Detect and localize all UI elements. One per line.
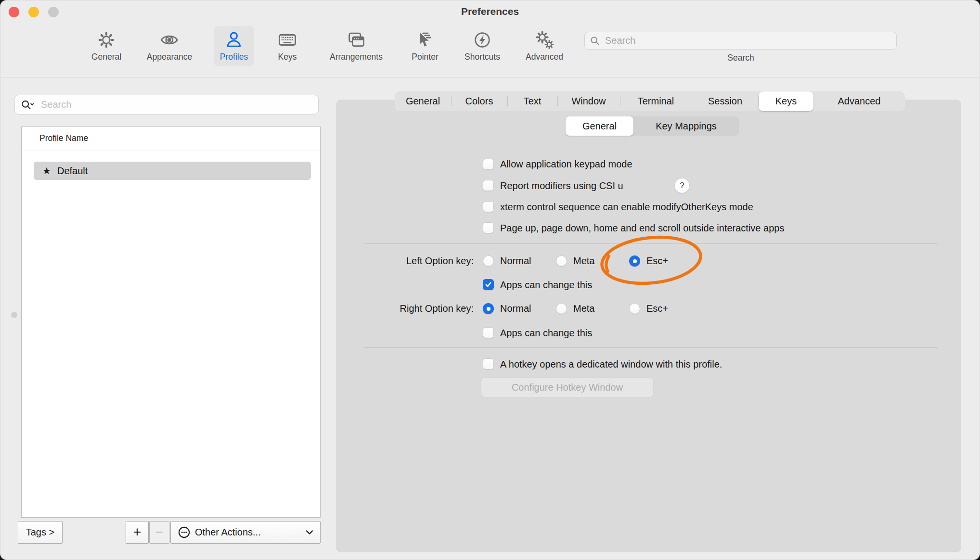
- toolbar-label: Keys: [278, 52, 297, 62]
- toolbar-item-keys[interactable]: Keys: [271, 26, 304, 66]
- toolbar-search-input[interactable]: [604, 35, 896, 47]
- radio-label: Esc+: [646, 255, 668, 267]
- cursor-icon: [414, 29, 436, 51]
- profile-settings-panel: [336, 100, 961, 552]
- toolbar-label: Pointer: [412, 52, 438, 62]
- tab-keys[interactable]: Keys: [759, 91, 813, 111]
- left-option-key-label: Left Option key:: [337, 255, 474, 267]
- toolbar-item-appearance[interactable]: Appearance: [141, 26, 198, 66]
- toolbar-label: Arrangements: [330, 52, 383, 62]
- separator: [364, 243, 938, 244]
- toolbar-label: General: [91, 52, 121, 62]
- profile-row-default[interactable]: ★ Default: [34, 162, 311, 180]
- tab-window[interactable]: Window: [557, 91, 620, 111]
- help-button[interactable]: ?: [675, 178, 689, 193]
- tags-button[interactable]: Tags >: [18, 521, 63, 544]
- toolbar-item-advanced[interactable]: Advanced: [519, 26, 569, 66]
- checkbox-label: A hotkey opens a dedicated window with t…: [500, 358, 722, 370]
- preferences-window: Preferences General Appearance: [0, 0, 980, 560]
- toolbar-item-general[interactable]: General: [85, 26, 128, 66]
- gear-icon: [96, 29, 117, 51]
- toolbar-search-field[interactable]: [584, 32, 897, 50]
- toolbar-label: Shortcuts: [464, 52, 500, 62]
- checkbox-csi-u[interactable]: [483, 180, 494, 191]
- radio-label: Meta: [573, 255, 594, 267]
- profile-search-field[interactable]: [14, 95, 319, 115]
- checkbox-hotkey-window[interactable]: [483, 358, 494, 369]
- right-option-key-label: Right Option key:: [337, 302, 474, 315]
- eye-icon: [159, 29, 180, 51]
- checkbox-label: Apps can change this: [500, 327, 592, 339]
- checkbox-keypad-mode[interactable]: [483, 159, 494, 170]
- configure-hotkey-window-button[interactable]: Configure Hotkey Window: [481, 378, 653, 397]
- radio-right-option-esc[interactable]: [629, 303, 640, 314]
- profile-search-input[interactable]: [40, 99, 318, 111]
- remove-profile-button[interactable]: −: [149, 521, 169, 544]
- windows-icon: [346, 29, 367, 51]
- toolbar-label: Appearance: [147, 52, 192, 62]
- checkbox-left-apps-can-change[interactable]: [483, 279, 494, 290]
- radio-left-option-esc[interactable]: [629, 255, 640, 267]
- other-actions-label: Other Actions...: [195, 527, 261, 538]
- add-profile-button[interactable]: +: [126, 521, 149, 544]
- tab-text[interactable]: Text: [507, 91, 557, 111]
- toolbar-item-shortcuts[interactable]: Shortcuts: [458, 26, 506, 66]
- tab-terminal[interactable]: Terminal: [620, 91, 692, 111]
- toolbar-item-arrangements[interactable]: Arrangements: [323, 26, 389, 66]
- ellipsis-circle-icon: [178, 526, 191, 539]
- checkbox-label: Allow application keypad mode: [500, 158, 632, 170]
- radio-label: Normal: [500, 302, 531, 315]
- checkbox-label: Page up, page down, home and end scroll …: [500, 222, 784, 234]
- separator: [364, 347, 938, 348]
- toolbar-label: Profiles: [220, 52, 248, 62]
- checkbox-label: Report modifiers using CSI u: [500, 179, 623, 192]
- checkbox-scroll-outside[interactable]: [483, 222, 494, 233]
- checkbox-right-apps-can-change[interactable]: [483, 327, 494, 338]
- tab-colors[interactable]: Colors: [451, 91, 507, 111]
- radio-right-option-normal[interactable]: [483, 303, 494, 314]
- toolbar-item-profiles[interactable]: Profiles: [214, 26, 254, 66]
- subtab-general[interactable]: General: [566, 116, 633, 136]
- radio-label: Meta: [573, 302, 594, 315]
- toolbar-label: Advanced: [526, 52, 563, 62]
- profile-list-header[interactable]: Profile Name: [22, 127, 320, 151]
- person-icon: [223, 29, 245, 51]
- checkbox-modifyotherkeys[interactable]: [483, 201, 494, 212]
- keyboard-icon: [277, 29, 298, 51]
- radio-left-option-meta[interactable]: [556, 255, 567, 267]
- splitter-handle[interactable]: [11, 312, 17, 318]
- radio-right-option-meta[interactable]: [556, 303, 567, 314]
- other-actions-dropdown[interactable]: Other Actions...: [170, 521, 321, 544]
- profile-name: Default: [57, 165, 88, 177]
- star-icon: ★: [42, 165, 51, 177]
- bolt-circle-icon: [472, 29, 493, 51]
- keys-subtabs: General Key Mappings: [566, 116, 739, 136]
- page-title: Preferences: [0, 6, 980, 17]
- tab-session[interactable]: Session: [692, 91, 759, 111]
- gears-icon: [534, 29, 555, 51]
- search-icon: [590, 36, 600, 46]
- tab-general[interactable]: General: [395, 91, 451, 111]
- radio-label: Esc+: [646, 302, 668, 315]
- checkbox-label: Apps can change this: [500, 279, 592, 291]
- radio-label: Normal: [500, 255, 531, 267]
- subtab-key-mappings[interactable]: Key Mappings: [633, 116, 739, 136]
- profile-list: Profile Name ★ Default: [21, 127, 321, 518]
- toolbar-divider: [0, 77, 980, 77]
- radio-left-option-normal[interactable]: [483, 255, 494, 267]
- search-menu-icon: [21, 99, 35, 111]
- chevron-down-icon: [306, 530, 313, 535]
- checkbox-label: xterm control sequence can enable modify…: [500, 201, 753, 213]
- profile-tabbar: General Colors Text Window Terminal Sess…: [395, 91, 905, 111]
- tab-advanced[interactable]: Advanced: [813, 91, 905, 111]
- toolbar-search-label: Search: [727, 53, 754, 63]
- toolbar-item-pointer[interactable]: Pointer: [405, 26, 444, 66]
- profile-name-column-header: Profile Name: [39, 133, 88, 143]
